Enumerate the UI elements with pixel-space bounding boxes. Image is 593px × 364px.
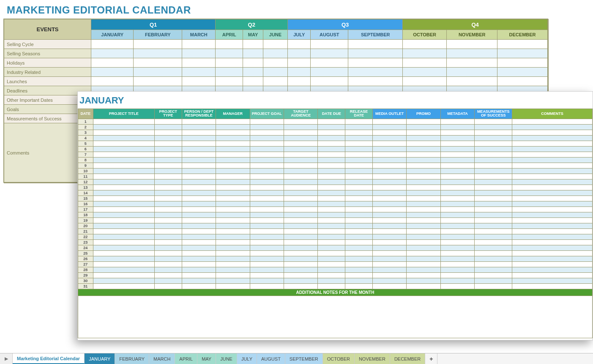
project-cell[interactable] <box>154 119 182 124</box>
calendar-cell[interactable] <box>348 49 403 58</box>
project-cell[interactable] <box>475 141 512 146</box>
project-cell[interactable] <box>440 212 474 217</box>
project-cell[interactable] <box>407 174 440 179</box>
calendar-cell[interactable] <box>263 49 287 58</box>
project-cell[interactable] <box>182 135 216 141</box>
project-cell[interactable] <box>93 234 154 239</box>
project-cell[interactable] <box>216 245 250 250</box>
project-cell[interactable] <box>318 130 345 135</box>
project-cell[interactable] <box>345 174 373 179</box>
project-cell[interactable] <box>407 130 440 135</box>
calendar-cell[interactable] <box>497 49 548 58</box>
project-cell[interactable] <box>250 168 284 174</box>
project-cell[interactable] <box>216 196 250 201</box>
project-cell[interactable] <box>372 267 406 272</box>
project-cell[interactable] <box>345 201 373 206</box>
project-cell[interactable] <box>284 272 317 278</box>
project-cell[interactable] <box>440 256 474 261</box>
project-cell[interactable] <box>250 196 284 201</box>
project-cell[interactable] <box>182 250 216 256</box>
project-cell[interactable] <box>250 141 284 146</box>
project-cell[interactable] <box>216 146 250 152</box>
sheet-tab-may[interactable]: MAY <box>197 353 216 364</box>
project-cell[interactable] <box>345 146 373 152</box>
project-cell[interactable] <box>93 217 154 223</box>
project-cell[interactable] <box>318 201 345 206</box>
project-cell[interactable] <box>216 141 250 146</box>
project-cell[interactable] <box>93 135 154 141</box>
project-cell[interactable] <box>512 239 593 245</box>
project-cell[interactable] <box>318 250 345 256</box>
project-cell[interactable] <box>154 250 182 256</box>
project-cell[interactable] <box>440 239 474 245</box>
project-cell[interactable] <box>284 206 317 212</box>
project-cell[interactable] <box>512 119 593 124</box>
sheet-tab-october[interactable]: OCTOBER <box>323 353 355 364</box>
project-cell[interactable] <box>284 130 317 135</box>
calendar-cell[interactable] <box>134 68 182 77</box>
calendar-cell[interactable] <box>447 40 497 49</box>
project-cell[interactable] <box>284 190 317 196</box>
project-cell[interactable] <box>345 261 373 267</box>
calendar-cell[interactable] <box>263 40 287 49</box>
project-cell[interactable] <box>216 250 250 256</box>
calendar-cell[interactable] <box>216 68 243 77</box>
month-header-apr[interactable]: APRIL <box>216 30 243 40</box>
project-cell[interactable] <box>512 228 593 234</box>
project-cell[interactable] <box>512 256 593 261</box>
project-cell[interactable] <box>250 152 284 157</box>
project-cell[interactable] <box>154 179 182 185</box>
project-cell[interactable] <box>154 261 182 267</box>
calendar-cell[interactable] <box>288 58 311 68</box>
project-cell[interactable] <box>182 124 216 130</box>
project-cell[interactable] <box>440 272 474 278</box>
calendar-cell[interactable] <box>91 58 134 68</box>
project-cell[interactable] <box>216 217 250 223</box>
project-cell[interactable] <box>440 234 474 239</box>
project-cell[interactable] <box>440 174 474 179</box>
project-cell[interactable] <box>407 278 440 283</box>
calendar-cell[interactable] <box>403 49 447 58</box>
project-cell[interactable] <box>440 201 474 206</box>
month-header-jul[interactable]: JULY <box>288 30 311 40</box>
project-cell[interactable] <box>318 185 345 190</box>
calendar-cell[interactable] <box>403 68 447 77</box>
project-cell[interactable] <box>318 124 345 130</box>
month-header-dec[interactable]: DECEMBER <box>497 30 548 40</box>
project-cell[interactable] <box>154 135 182 141</box>
project-cell[interactable] <box>93 190 154 196</box>
sheet-tab-august[interactable]: AUGUST <box>257 353 285 364</box>
project-cell[interactable] <box>182 174 216 179</box>
project-cell[interactable] <box>250 261 284 267</box>
project-cell[interactable] <box>182 278 216 283</box>
project-cell[interactable] <box>475 152 512 157</box>
project-cell[interactable] <box>182 234 216 239</box>
project-cell[interactable] <box>216 223 250 228</box>
project-cell[interactable] <box>475 250 512 256</box>
project-cell[interactable] <box>154 256 182 261</box>
project-cell[interactable] <box>475 130 512 135</box>
project-cell[interactable] <box>407 119 440 124</box>
project-cell[interactable] <box>372 135 406 141</box>
calendar-cell[interactable] <box>311 49 348 58</box>
project-cell[interactable] <box>93 228 154 234</box>
sheet-tab-march[interactable]: MARCH <box>149 353 175 364</box>
calendar-cell[interactable] <box>216 40 243 49</box>
project-cell[interactable] <box>216 179 250 185</box>
project-cell[interactable] <box>216 174 250 179</box>
project-cell[interactable] <box>372 239 406 245</box>
project-cell[interactable] <box>93 124 154 130</box>
calendar-cell[interactable] <box>134 49 182 58</box>
calendar-cell[interactable] <box>311 68 348 77</box>
project-cell[interactable] <box>216 124 250 130</box>
project-cell[interactable] <box>440 152 474 157</box>
project-cell[interactable] <box>512 174 593 179</box>
project-cell[interactable] <box>154 141 182 146</box>
calendar-cell[interactable] <box>91 68 134 77</box>
project-cell[interactable] <box>154 212 182 217</box>
project-cell[interactable] <box>216 135 250 141</box>
project-cell[interactable] <box>93 163 154 168</box>
project-cell[interactable] <box>154 190 182 196</box>
project-cell[interactable] <box>372 130 406 135</box>
project-cell[interactable] <box>372 174 406 179</box>
